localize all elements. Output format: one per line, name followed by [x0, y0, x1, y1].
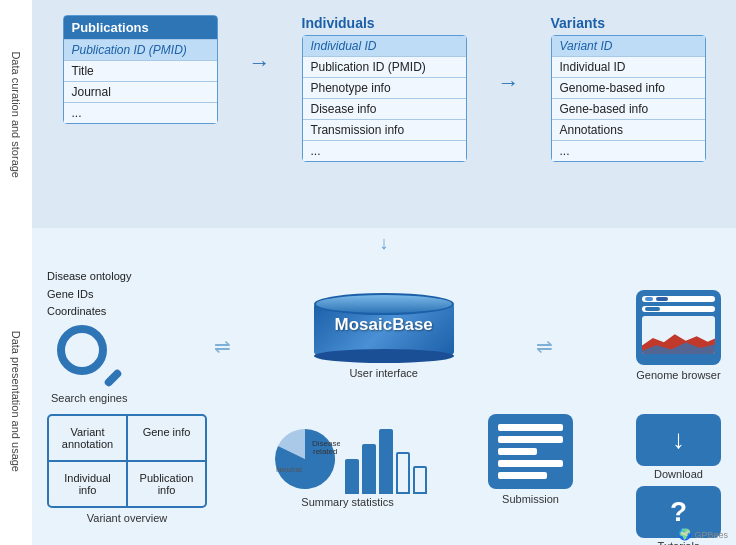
genome-browser-section: Genome browser [636, 290, 721, 381]
var-row-genome: Genome-based info [552, 77, 705, 98]
mosaicbase-cylinder: MosaicBase [314, 293, 454, 363]
download-section: ↓ Download [636, 414, 721, 480]
pub-row-journal: Journal [64, 81, 217, 102]
variant-cell-individual: Individualinfo [49, 462, 126, 506]
var-row-gene: Gene-based info [552, 98, 705, 119]
var-row-annotations: Annotations [552, 119, 705, 140]
mosaicbase-title: MosaicBase [335, 315, 433, 335]
ind-row-id: Individual ID [303, 36, 466, 56]
variants-table: Variants Variant ID Individual ID Genome… [551, 15, 706, 162]
arrow-search-mosaic: ⇌ [214, 334, 231, 358]
ind-row-more: ... [303, 140, 466, 161]
pub-row-title: Title [64, 60, 217, 81]
arrow-pub-to-ind: → [249, 15, 271, 76]
summary-statistics-section: Disease related related Neutral S [270, 414, 425, 508]
pub-row-id: Publication ID (PMID) [64, 39, 217, 60]
gpbees-watermark: 🌍 GPBees [678, 528, 728, 541]
individuals-table: Individuals Individual ID Publication ID… [302, 15, 467, 162]
variant-grid: Variantannotation Gene info Individualin… [47, 414, 207, 508]
svg-text:related: related [313, 447, 337, 456]
variant-cell-publication: Publicationinfo [128, 462, 205, 506]
ind-row-disease: Disease info [303, 98, 466, 119]
summary-chart: Disease related related Neutral [270, 414, 425, 494]
arrow-ind-to-var: → [498, 15, 520, 96]
publications-table: Publications Publication ID (PMID) Title… [63, 15, 218, 124]
data-presentation-section: Disease ontology Gene IDs Coordinates Se… [32, 258, 736, 545]
download-icon: ↓ [636, 414, 721, 466]
search-section: Disease ontology Gene IDs Coordinates Se… [47, 268, 131, 404]
data-curation-section: Publications Publication ID (PMID) Title… [32, 0, 736, 228]
publications-header: Publications [64, 16, 217, 39]
side-label-bottom: Data presentation and usage [0, 258, 32, 545]
bar-chart [345, 424, 427, 494]
right-column: ↓ Download ? Tutorials [636, 414, 721, 545]
genome-browser-label: Genome browser [636, 369, 720, 381]
search-icon [57, 325, 122, 390]
bottom-row: Variantannotation Gene info Individualin… [32, 410, 736, 545]
summary-statistics-label: Summary statistics [301, 496, 393, 508]
var-row-more: ... [552, 140, 705, 161]
ind-row-transmission: Transmission info [303, 119, 466, 140]
var-row-id: Variant ID [552, 36, 705, 56]
user-interface-label: User interface [349, 367, 417, 379]
pub-row-more: ... [64, 102, 217, 123]
search-label: Search engines [51, 392, 127, 404]
variant-cell-gene: Gene info [128, 416, 205, 460]
download-label: Download [654, 468, 703, 480]
submission-icon [488, 414, 573, 489]
ind-row-pubid: Publication ID (PMID) [303, 56, 466, 77]
mosaicbase-section: MosaicBase User interface [314, 293, 454, 379]
pie-chart: Disease related related Neutral [270, 424, 340, 494]
variant-overview-label: Variant overview [87, 512, 168, 524]
variant-overview-section: Variantannotation Gene info Individualin… [47, 414, 207, 524]
submission-label: Submission [502, 493, 559, 505]
submission-section: Submission [488, 414, 573, 505]
svg-text:Neutral: Neutral [276, 465, 302, 474]
ind-row-phenotype: Phenotype info [303, 77, 466, 98]
genome-browser-icon [636, 290, 721, 365]
side-label-top: Data curation and storage [0, 0, 32, 230]
var-row-indid: Individual ID [552, 56, 705, 77]
search-text: Disease ontology Gene IDs Coordinates [47, 268, 131, 321]
variant-cell-annotation: Variantannotation [49, 416, 126, 460]
variants-title: Variants [551, 15, 706, 31]
middle-row: Disease ontology Gene IDs Coordinates Se… [32, 258, 736, 410]
individuals-title: Individuals [302, 15, 467, 31]
connector-down: ↓ [32, 228, 736, 258]
arrow-mosaic-genome: ⇌ [536, 334, 553, 358]
